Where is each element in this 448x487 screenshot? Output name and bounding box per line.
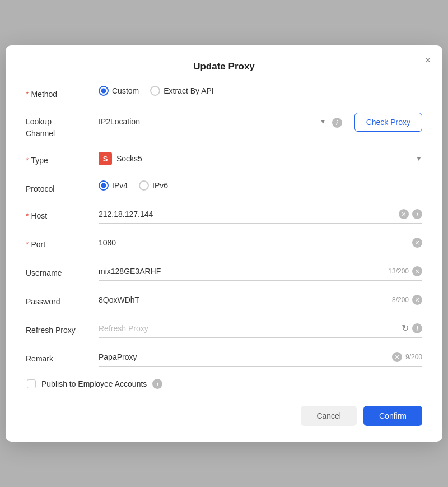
remark-label: Remark — [26, 350, 99, 365]
host-label: *Host — [26, 207, 99, 222]
protocol-ipv4-radio[interactable] — [99, 180, 109, 191]
protocol-ipv4-text: IPv4 — [112, 181, 128, 190]
protocol-ipv6-label[interactable]: IPv6 — [139, 180, 168, 191]
method-custom-radio[interactable] — [99, 86, 109, 96]
protocol-row: Protocol IPv4 IPv6 — [26, 180, 422, 195]
check-proxy-button[interactable]: Check Proxy — [354, 113, 422, 132]
password-input[interactable] — [99, 293, 392, 307]
type-row: *Type S Socks5 HTTP HTTPS Socks4 ▼ — [26, 152, 422, 168]
refresh-proxy-info-icon[interactable]: i — [412, 323, 422, 333]
port-input[interactable] — [99, 236, 412, 249]
refresh-proxy-row: Refresh Proxy ↻ i — [26, 322, 422, 338]
host-input[interactable] — [99, 207, 399, 221]
required-star-host: * — [26, 211, 29, 220]
host-control: i — [99, 207, 422, 224]
port-icons — [412, 238, 422, 248]
method-custom-label[interactable]: Custom — [99, 86, 139, 96]
type-select[interactable]: Socks5 HTTP HTTPS Socks4 — [116, 152, 411, 165]
host-clear-icon[interactable] — [399, 209, 409, 219]
method-custom-text: Custom — [112, 86, 139, 95]
username-row: Username 13/200 — [26, 265, 422, 281]
remark-input[interactable] — [99, 350, 392, 364]
footer-buttons: Cancel Confirm — [26, 406, 422, 426]
host-input-wrapper: i — [99, 207, 422, 224]
type-icon: S — [99, 152, 112, 165]
refresh-proxy-input[interactable] — [99, 322, 402, 335]
type-select-arrow: ▼ — [416, 155, 422, 163]
password-control: 8/200 — [99, 293, 422, 309]
lookup-info-icon[interactable]: i — [332, 118, 342, 128]
password-input-wrapper: 8/200 — [99, 293, 422, 309]
host-icons: i — [399, 209, 422, 219]
lookup-channel-row: Lookup Channel IP2Location IP-API ipinfo… — [26, 113, 422, 140]
lookup-channel-control: IP2Location IP-API ipinfo.io ▼ i Check P… — [99, 113, 422, 133]
remark-count: 9/200 — [405, 353, 422, 361]
dialog-title: Update Proxy — [26, 61, 422, 72]
publish-row: Publish to Employee Accounts i — [26, 379, 422, 389]
protocol-label: Protocol — [26, 180, 99, 195]
port-control — [99, 236, 422, 252]
publish-info-icon[interactable]: i — [152, 379, 162, 389]
method-api-text: Extract By API — [164, 86, 213, 95]
publish-checkbox[interactable] — [27, 379, 36, 388]
username-icons: 13/200 — [388, 266, 422, 276]
cancel-button[interactable]: Cancel — [301, 406, 357, 426]
port-clear-icon[interactable] — [412, 238, 422, 248]
remark-input-wrapper: 9/200 — [99, 350, 422, 367]
method-row: *Method Custom Extract By API — [26, 86, 422, 100]
username-input-wrapper: 13/200 — [99, 265, 422, 281]
lookup-select-wrapper: IP2Location IP-API ipinfo.io ▼ — [99, 115, 326, 131]
method-api-radio[interactable] — [150, 86, 160, 96]
refresh-proxy-icons: ↻ i — [402, 323, 422, 333]
remark-row: Remark 9/200 — [26, 350, 422, 367]
type-control: S Socks5 HTTP HTTPS Socks4 ▼ — [99, 152, 422, 168]
password-clear-icon[interactable] — [412, 295, 422, 305]
username-count: 13/200 — [388, 267, 409, 275]
password-icons: 8/200 — [392, 295, 422, 305]
type-select-wrapper: S Socks5 HTTP HTTPS Socks4 ▼ — [99, 152, 422, 168]
port-input-wrapper — [99, 236, 422, 252]
username-label: Username — [26, 265, 99, 279]
lookup-select-arrow: ▼ — [320, 118, 326, 126]
method-api-label[interactable]: Extract By API — [150, 86, 213, 96]
protocol-ipv6-text: IPv6 — [152, 181, 168, 190]
password-count: 8/200 — [392, 296, 409, 304]
required-star-type: * — [26, 156, 29, 165]
refresh-proxy-label: Refresh Proxy — [26, 322, 99, 336]
host-info-icon[interactable]: i — [412, 209, 422, 219]
lookup-channel-label: Lookup Channel — [26, 113, 99, 140]
username-input[interactable] — [99, 265, 388, 278]
method-radio-group: Custom Extract By API — [99, 86, 214, 96]
remark-control: 9/200 — [99, 350, 422, 367]
port-label: *Port — [26, 236, 99, 251]
confirm-button[interactable]: Confirm — [363, 406, 422, 426]
refresh-proxy-control: ↻ i — [99, 322, 422, 338]
password-label: Password — [26, 293, 99, 308]
port-row: *Port — [26, 236, 422, 252]
lookup-inner: IP2Location IP-API ipinfo.io ▼ i Check P… — [99, 113, 422, 133]
remark-icons: 9/200 — [392, 352, 422, 362]
host-row: *Host i — [26, 207, 422, 224]
refresh-proxy-input-wrapper: ↻ i — [99, 322, 422, 338]
required-star-port: * — [26, 240, 29, 249]
protocol-ipv4-label[interactable]: IPv4 — [99, 180, 128, 191]
protocol-control: IPv4 IPv6 — [99, 180, 422, 191]
password-row: Password 8/200 — [26, 293, 422, 309]
publish-label: Publish to Employee Accounts — [41, 379, 147, 388]
method-control: Custom Extract By API — [99, 86, 422, 96]
refresh-icon[interactable]: ↻ — [402, 323, 409, 333]
protocol-ipv6-radio[interactable] — [139, 180, 149, 191]
method-label: *Method — [26, 86, 99, 100]
username-control: 13/200 — [99, 265, 422, 281]
update-proxy-dialog: Update Proxy × *Method Custom Extract By… — [6, 45, 442, 441]
username-clear-icon[interactable] — [412, 266, 422, 276]
protocol-radio-group: IPv4 IPv6 — [99, 180, 168, 191]
remark-clear-icon[interactable] — [392, 352, 402, 362]
lookup-channel-select[interactable]: IP2Location IP-API ipinfo.io — [99, 115, 320, 128]
type-label: *Type — [26, 152, 99, 166]
required-star: * — [26, 90, 29, 99]
close-button[interactable]: × — [424, 54, 431, 66]
